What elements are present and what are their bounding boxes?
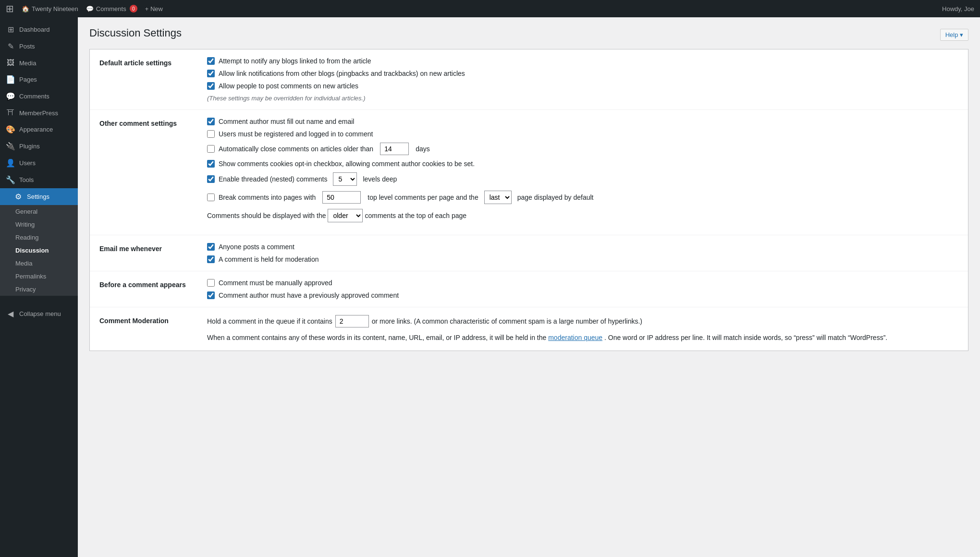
dashboard-icon: ⊞: [6, 25, 15, 34]
notify-blogs-row: Attempt to notify any blogs linked to fr…: [207, 57, 958, 65]
sidebar-item-appearance[interactable]: 🎨 Appearance: [0, 121, 78, 138]
default-article-content: Attempt to notify any blogs linked to fr…: [207, 57, 958, 102]
settings-form: Default article settings Attempt to noti…: [89, 49, 968, 351]
plugins-icon: 🔌: [6, 142, 15, 151]
email-whenever-content: Anyone posts a comment A comment is held…: [207, 243, 958, 263]
cookies-row: Show comments cookies opt-in checkbox, a…: [207, 160, 958, 168]
notify-blogs-label: Attempt to notify any blogs linked to fr…: [219, 57, 371, 65]
submenu-permalinks[interactable]: Permalinks: [0, 270, 78, 283]
threaded-depth-select[interactable]: 12345678910: [333, 172, 357, 186]
manually-approved-checkbox[interactable]: [207, 279, 215, 287]
settings-icon: ⚙: [13, 192, 23, 201]
hold-links-row: Hold a comment in the queue if it contai…: [207, 315, 958, 327]
submenu-discussion[interactable]: Discussion: [0, 244, 78, 257]
comments-count-badge: 0: [130, 5, 137, 12]
sidebar: ⊞ Dashboard ✎ Posts 🖼 Media 📄 Pages 💬 Co…: [0, 17, 78, 557]
registered-login-checkbox[interactable]: [207, 130, 215, 138]
posts-icon: ✎: [6, 42, 15, 51]
sidebar-item-tools[interactable]: 🔧 Tools: [0, 171, 78, 188]
hold-links-count-input[interactable]: [335, 315, 369, 327]
threaded-row: Enable threaded (nested) comments 123456…: [207, 172, 958, 186]
topbar: ⊞ 🏠 Twenty Nineteen 💬 Comments 0 + New H…: [0, 0, 980, 17]
prev-approved-checkbox[interactable]: [207, 291, 215, 299]
display-order-label-before: Comments should be displayed with the: [207, 212, 326, 219]
other-comment-section: Other comment settings Comment author mu…: [90, 110, 968, 235]
default-article-section: Default article settings Attempt to noti…: [90, 49, 968, 110]
howdy-user[interactable]: Howdy, Joe: [942, 5, 974, 12]
media-icon: 🖼: [6, 59, 15, 67]
auto-close-label-after: days: [416, 145, 430, 153]
break-pages-label-after: page displayed by default: [517, 194, 594, 201]
submenu-reading[interactable]: Reading: [0, 231, 78, 244]
before-comment-label: Before a comment appears: [99, 279, 196, 299]
hold-links-label-after: or more links. (A common characteristic …: [372, 317, 642, 325]
auto-close-checkbox[interactable]: [207, 145, 215, 153]
sidebar-item-media[interactable]: 🖼 Media: [0, 55, 78, 71]
allow-pingbacks-checkbox[interactable]: [207, 70, 215, 77]
prev-approved-row: Comment author must have a previously ap…: [207, 291, 958, 299]
before-comment-content: Comment must be manually approved Commen…: [207, 279, 958, 299]
held-moderation-row: A comment is held for moderation: [207, 255, 958, 263]
comment-icon: 💬: [86, 5, 94, 12]
before-comment-section: Before a comment appears Comment must be…: [90, 271, 968, 307]
prev-approved-label: Comment author must have a previously ap…: [219, 291, 399, 299]
moderation-words-note: When a comment contains any of these wor…: [207, 332, 958, 343]
comments-icon: 💬: [6, 92, 15, 101]
cookies-label: Show comments cookies opt-in checkbox, a…: [219, 160, 475, 168]
help-button[interactable]: Help ▾: [940, 29, 968, 41]
registered-login-label: Users must be registered and logged in t…: [219, 130, 373, 138]
allow-comments-checkbox[interactable]: [207, 82, 215, 90]
moderation-section: Comment Moderation Hold a comment in the…: [90, 307, 968, 351]
sidebar-item-dashboard[interactable]: ⊞ Dashboard: [0, 21, 78, 38]
notify-blogs-checkbox[interactable]: [207, 57, 215, 65]
allow-pingbacks-row: Allow link notifications from other blog…: [207, 70, 958, 77]
registered-login-row: Users must be registered and logged in t…: [207, 130, 958, 138]
break-pages-count-input[interactable]: [322, 191, 361, 204]
submenu-privacy[interactable]: Privacy: [0, 283, 78, 296]
other-comment-label: Other comment settings: [99, 118, 196, 227]
submenu-media[interactable]: Media: [0, 257, 78, 270]
sidebar-item-plugins[interactable]: 🔌 Plugins: [0, 138, 78, 155]
wp-logo: ⊞: [6, 3, 14, 14]
auto-close-days-input[interactable]: [380, 143, 409, 155]
display-order-row: Comments should be displayed with the ol…: [207, 209, 958, 222]
allow-comments-row: Allow people to post comments on new art…: [207, 82, 958, 90]
held-moderation-label: A comment is held for moderation: [219, 255, 319, 263]
sidebar-item-users[interactable]: 👤 Users: [0, 155, 78, 171]
author-fill-row: Comment author must fill out name and em…: [207, 118, 958, 125]
new-button[interactable]: + New: [145, 5, 163, 12]
other-comment-content: Comment author must fill out name and em…: [207, 118, 958, 227]
page-title: Discussion Settings: [89, 27, 968, 39]
anyone-posts-row: Anyone posts a comment: [207, 243, 958, 251]
sidebar-item-pages[interactable]: 📄 Pages: [0, 71, 78, 88]
allow-pingbacks-label: Allow link notifications from other blog…: [219, 70, 465, 77]
sidebar-item-comments[interactable]: 💬 Comments: [0, 88, 78, 105]
cookies-checkbox[interactable]: [207, 160, 215, 168]
sidebar-item-posts[interactable]: ✎ Posts: [0, 38, 78, 55]
break-pages-label-mid: top level comments per page and the: [368, 194, 478, 201]
break-pages-checkbox[interactable]: [207, 194, 215, 201]
pages-icon: 📄: [6, 75, 15, 84]
sidebar-item-settings[interactable]: ◀ ⚙ Settings: [0, 188, 78, 205]
submenu-writing[interactable]: Writing: [0, 218, 78, 231]
collapse-menu[interactable]: ◀ Collapse menu: [0, 305, 78, 322]
submenu-general[interactable]: General: [0, 205, 78, 218]
main-content: Help ▾ Discussion Settings Default artic…: [78, 17, 980, 557]
display-order-select[interactable]: oldernewer: [328, 209, 363, 222]
collapse-icon: ◀: [6, 309, 15, 318]
threaded-checkbox[interactable]: [207, 175, 215, 183]
anyone-posts-checkbox[interactable]: [207, 243, 215, 251]
hold-links-label-before: Hold a comment in the queue if it contai…: [207, 317, 332, 325]
comments-link[interactable]: 💬 Comments 0: [86, 5, 137, 12]
held-moderation-checkbox[interactable]: [207, 255, 215, 263]
allow-comments-label: Allow people to post comments on new art…: [219, 82, 358, 90]
auto-close-label-before: Automatically close comments on articles…: [219, 145, 373, 153]
email-whenever-section: Email me whenever Anyone posts a comment…: [90, 235, 968, 271]
author-fill-checkbox[interactable]: [207, 118, 215, 125]
site-name[interactable]: 🏠 Twenty Nineteen: [22, 5, 78, 12]
threaded-label-after: levels deep: [363, 175, 397, 183]
break-pages-order-select[interactable]: lastfirst: [484, 191, 512, 204]
sidebar-item-memberpress[interactable]: ⛩ MemberPress: [0, 105, 78, 121]
moderation-queue-link[interactable]: moderation queue: [548, 334, 602, 341]
default-article-label: Default article settings: [99, 57, 196, 102]
